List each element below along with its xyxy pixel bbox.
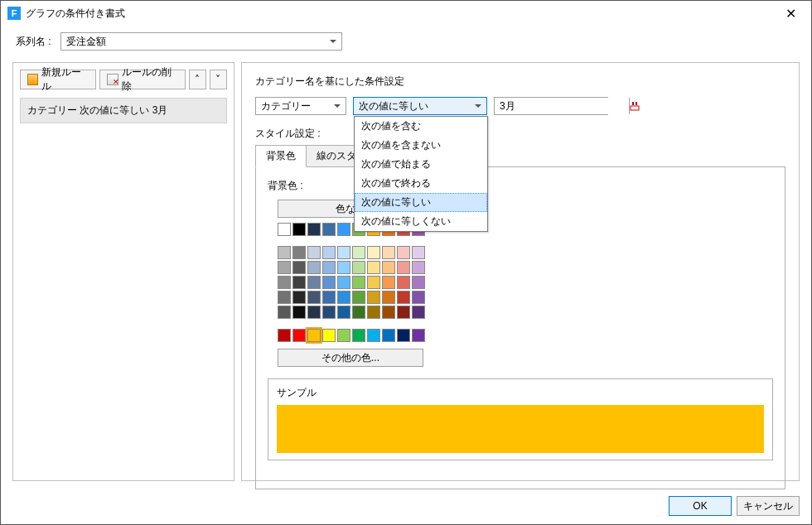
color-swatch[interactable] [278, 223, 291, 236]
color-swatch[interactable] [307, 246, 321, 259]
palette-standard-row [278, 329, 773, 342]
operator-option[interactable]: 次の値を含む [355, 117, 487, 136]
color-swatch[interactable] [367, 261, 380, 274]
chevron-up-icon: ˄ [195, 74, 200, 85]
sample-box: サンプル [268, 378, 773, 460]
operator-option[interactable]: 次の値で始まる [355, 155, 487, 174]
cancel-button[interactable]: キャンセル [737, 496, 800, 516]
value-input[interactable] [495, 98, 629, 114]
close-icon[interactable]: ✕ [777, 2, 805, 25]
color-swatch[interactable] [337, 261, 350, 274]
color-swatch[interactable] [382, 246, 395, 259]
color-swatch[interactable] [292, 329, 306, 342]
color-swatch[interactable] [352, 329, 365, 342]
color-swatch[interactable] [278, 329, 291, 342]
color-swatch[interactable] [397, 329, 410, 342]
operator-option[interactable]: 次の値に等しい [355, 193, 487, 212]
color-swatch[interactable] [352, 246, 365, 259]
color-swatch[interactable] [382, 276, 395, 289]
tab-bgcolor[interactable]: 背景色 [255, 145, 307, 167]
color-swatch[interactable] [352, 276, 365, 289]
app-icon: F [7, 7, 21, 20]
operator-dropdown: 次の値を含む次の値を含まない次の値で始まる次の値で終わる次の値に等しい次の値に等… [354, 116, 488, 232]
color-swatch[interactable] [412, 246, 425, 259]
color-swatch[interactable] [382, 306, 395, 319]
color-swatch[interactable] [292, 223, 306, 236]
style-label: スタイル設定 : [255, 127, 785, 141]
color-swatch[interactable] [292, 276, 306, 289]
color-swatch[interactable] [367, 276, 380, 289]
series-value: 受注金額 [66, 35, 106, 49]
color-swatch[interactable] [412, 306, 425, 319]
operator-option[interactable]: 次の値を含まない [355, 136, 487, 155]
new-rule-button[interactable]: 新規ルール [20, 70, 96, 89]
svg-rect-2 [636, 102, 637, 105]
color-swatch[interactable] [337, 246, 350, 259]
operator-option[interactable]: 次の値で終わる [355, 174, 487, 193]
color-swatch[interactable] [367, 306, 380, 319]
palette-shade-grid [278, 246, 773, 319]
color-swatch[interactable] [337, 223, 350, 236]
color-swatch[interactable] [382, 261, 395, 274]
color-swatch[interactable] [337, 329, 350, 342]
color-swatch[interactable] [397, 306, 410, 319]
color-swatch[interactable] [322, 223, 336, 236]
color-swatch[interactable] [322, 246, 336, 259]
bgcolor-label: 背景色 : [268, 179, 773, 193]
move-up-button[interactable]: ˄ [189, 70, 206, 89]
color-swatch[interactable] [412, 291, 425, 304]
color-swatch[interactable] [367, 291, 380, 304]
color-swatch[interactable] [292, 246, 306, 259]
color-swatch[interactable] [397, 276, 410, 289]
ok-button[interactable]: OK [669, 496, 732, 516]
color-swatch[interactable] [397, 261, 410, 274]
color-swatch[interactable] [352, 291, 365, 304]
color-swatch[interactable] [322, 291, 336, 304]
color-swatch[interactable] [292, 291, 306, 304]
color-swatch[interactable] [352, 261, 365, 274]
delete-rule-button[interactable]: ルールの削除 [99, 70, 186, 89]
color-swatch[interactable] [278, 291, 291, 304]
color-swatch[interactable] [412, 261, 425, 274]
color-swatch[interactable] [397, 246, 410, 259]
color-swatch[interactable] [397, 291, 410, 304]
chevron-down-icon: ˅ [215, 74, 220, 85]
color-swatch[interactable] [307, 291, 321, 304]
color-swatch[interactable] [307, 223, 321, 236]
color-swatch[interactable] [278, 306, 291, 319]
operator-option[interactable]: 次の値に等しくない [355, 212, 487, 231]
titlebar: F グラフの条件付き書式 ✕ [1, 1, 811, 26]
color-swatch[interactable] [322, 329, 336, 342]
color-swatch[interactable] [352, 306, 365, 319]
color-swatch[interactable] [322, 306, 336, 319]
color-swatch[interactable] [382, 291, 395, 304]
color-swatch[interactable] [322, 261, 336, 274]
rule-item[interactable]: カテゴリー 次の値に等しい 3月 [20, 98, 227, 123]
color-swatch[interactable] [278, 276, 291, 289]
color-swatch[interactable] [307, 306, 321, 319]
color-swatch[interactable] [367, 329, 380, 342]
color-swatch[interactable] [307, 261, 321, 274]
color-swatch[interactable] [278, 246, 291, 259]
color-swatch[interactable] [367, 246, 380, 259]
color-swatch[interactable] [337, 306, 350, 319]
color-swatch[interactable] [292, 306, 306, 319]
color-swatch[interactable] [412, 276, 425, 289]
svg-rect-0 [631, 106, 639, 110]
more-colors-button[interactable]: その他の色... [278, 349, 423, 367]
category-select[interactable]: カテゴリー [255, 97, 346, 115]
color-swatch[interactable] [337, 276, 350, 289]
operator-select[interactable]: 次の値に等しい [353, 97, 487, 115]
color-swatch[interactable] [307, 276, 321, 289]
value-picker-icon[interactable] [629, 98, 640, 114]
move-down-button[interactable]: ˅ [210, 70, 227, 89]
color-swatch[interactable] [322, 276, 336, 289]
color-swatch[interactable] [307, 329, 321, 342]
color-swatch[interactable] [292, 261, 306, 274]
color-swatch[interactable] [412, 329, 425, 342]
delete-icon [107, 74, 118, 85]
color-swatch[interactable] [337, 291, 350, 304]
color-swatch[interactable] [278, 261, 291, 274]
color-swatch[interactable] [382, 329, 395, 342]
series-select[interactable]: 受注金額 [60, 32, 342, 51]
